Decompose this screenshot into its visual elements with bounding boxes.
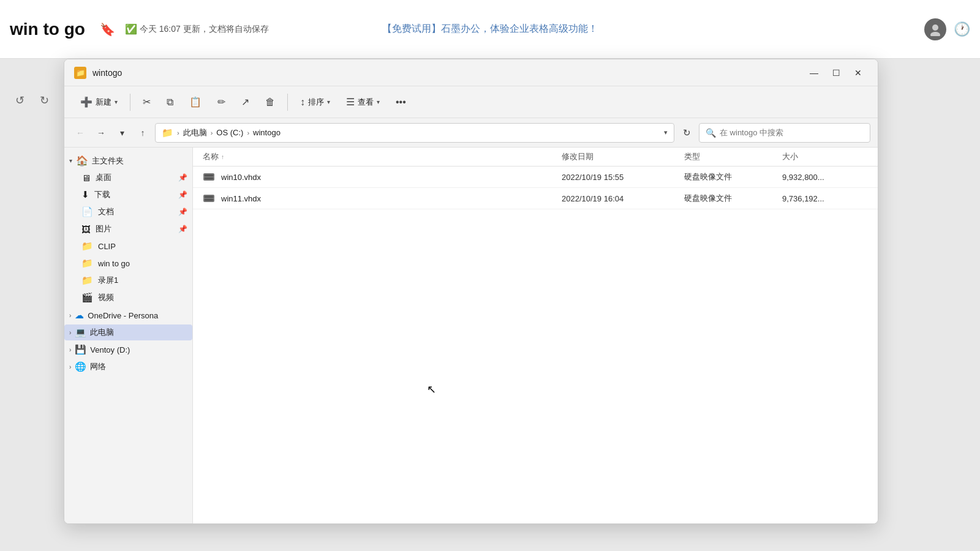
onedrive-icon: ☁ [75, 310, 84, 321]
breadcrumb-arrow-2: › [247, 129, 249, 137]
sidebar-quick-access[interactable]: ▾ 🏠 主文件夹 [64, 152, 192, 169]
up-button[interactable]: ↑ [134, 124, 151, 141]
forward-button[interactable]: → [92, 124, 110, 141]
bookmark-icon[interactable]: 🔖 [100, 22, 115, 37]
col-name-label: 名称 [203, 151, 219, 162]
vhdx-icon-1 [203, 173, 215, 181]
sidebar-this-pc[interactable]: › 💻 此电脑 [64, 324, 192, 340]
col-name[interactable]: 名称 ↑ [203, 151, 562, 162]
col-size[interactable]: 大小 [782, 151, 868, 162]
sidebar-item-pictures[interactable]: 🖼 图片 📌 [64, 220, 192, 238]
pin-icon-documents: 📌 [178, 208, 187, 216]
cut-button[interactable]: ✂ [137, 91, 157, 113]
file-1-date: 2022/10/19 15:55 [562, 173, 684, 182]
folder-title-icon: 📁 [74, 67, 86, 79]
breadcrumb-wintogo: wintogo [253, 128, 281, 137]
window-controls: — ☐ ✕ [804, 64, 868, 81]
sidebar-network[interactable]: › 🌐 网络 [64, 359, 192, 375]
redo-button[interactable]: ↻ [34, 91, 54, 110]
network-section: › 🌐 网络 [64, 359, 192, 375]
documents-icon: 📄 [81, 206, 93, 217]
file-2-type: 硬盘映像文件 [684, 193, 782, 204]
sort-icon: ↕ [300, 97, 305, 108]
new-button[interactable]: ➕ 新建 ▾ [74, 91, 124, 113]
pin-icon-downloads: 📌 [178, 190, 187, 199]
main-content: ▾ 🏠 主文件夹 🖥 桌面 📌 ⬇ 下载 📌 📄 文档 📌 [64, 148, 878, 523]
undo-bar: ↺ ↻ [0, 86, 64, 115]
sidebar-item-downloads[interactable]: ⬇ 下载 📌 [64, 186, 192, 203]
refresh-button[interactable]: ↻ [678, 124, 695, 141]
view-chevron-icon: ▾ [377, 99, 380, 105]
wintogo-folder-icon: 📁 [81, 258, 93, 269]
desktop-label: 桌面 [96, 172, 111, 183]
wintogo-label: win to go [98, 259, 130, 268]
svg-point-0 [932, 24, 938, 31]
cut-icon: ✂ [143, 96, 151, 108]
recent-button[interactable]: ▾ [113, 124, 130, 141]
sidebar: ▾ 🏠 主文件夹 🖥 桌面 📌 ⬇ 下载 📌 📄 文档 📌 [64, 148, 193, 523]
breadcrumb-this-pc: 此电脑 [183, 127, 207, 138]
search-input[interactable] [720, 128, 864, 137]
file-2-size: 9,736,192... [782, 194, 868, 203]
breadcrumb[interactable]: 📁 › 此电脑 › OS (C:) › wintogo ▾ [155, 123, 674, 143]
view-button[interactable]: ☰ 查看 ▾ [340, 91, 386, 113]
explorer-window: 📁 wintogo — ☐ ✕ ➕ 新建 ▾ ✂ ⧉ 📋 ✏ ↗ [64, 59, 878, 524]
table-row[interactable]: win10.vhdx 2022/10/19 15:55 硬盘映像文件 9,932… [193, 167, 878, 188]
sidebar-item-desktop[interactable]: 🖥 桌面 📌 [64, 169, 192, 186]
recordings-label: 录屏1 [98, 275, 118, 286]
col-date[interactable]: 修改日期 [562, 151, 684, 162]
undo-button[interactable]: ↺ [10, 91, 29, 110]
col-type[interactable]: 类型 [684, 151, 782, 162]
chevron-down-icon: ▾ [69, 157, 72, 164]
sidebar-onedrive[interactable]: › ☁ OneDrive - Persona [64, 307, 192, 323]
copy-button[interactable]: ⧉ [160, 91, 179, 113]
pictures-icon: 🖼 [81, 224, 91, 234]
breadcrumb-dropdown-button[interactable]: ▾ [664, 129, 668, 137]
title-bar: 📁 wintogo — ☐ ✕ [64, 59, 878, 86]
sidebar-item-recordings[interactable]: 📁 录屏1 [64, 272, 192, 289]
address-bar: ← → ▾ ↑ 📁 › 此电脑 › OS (C:) › wintogo ▾ ↻ … [64, 118, 878, 148]
clip-label: CLIP [98, 242, 116, 251]
promo-text[interactable]: 【免费试用】石墨办公，体验企业表格高级功能！ [382, 23, 598, 36]
onedrive-section: › ☁ OneDrive - Persona [64, 307, 192, 323]
this-pc-label: 此电脑 [90, 327, 114, 338]
more-button[interactable]: ••• [390, 91, 412, 113]
chevron-right-icon-pc: › [69, 329, 71, 336]
svg-point-1 [930, 32, 940, 36]
paste-button[interactable]: 📋 [183, 91, 208, 113]
sidebar-ventoy[interactable]: › 💾 Ventoy (D:) [64, 342, 192, 358]
sidebar-item-videos[interactable]: 🎬 视频 [64, 289, 192, 306]
top-bar-right: 🕐 [924, 18, 970, 40]
minimize-button[interactable]: — [804, 64, 824, 81]
breadcrumb-part-1: › [177, 129, 179, 137]
maximize-button[interactable]: ☐ [826, 64, 846, 81]
file-list-header: 名称 ↑ 修改日期 类型 大小 [193, 148, 878, 167]
delete-button[interactable]: 🗑 [259, 91, 281, 113]
share-button[interactable]: ↗ [235, 91, 255, 113]
close-button[interactable]: ✕ [848, 64, 868, 81]
sidebar-item-wintogo[interactable]: 📁 win to go [64, 255, 192, 272]
file-2-name: win11.vhdx [221, 194, 261, 203]
doc-title: win to go [10, 20, 85, 39]
this-pc-section: › 💻 此电脑 [64, 324, 192, 340]
sidebar-item-documents[interactable]: 📄 文档 📌 [64, 203, 192, 220]
pictures-label: 图片 [96, 223, 111, 234]
avatar[interactable] [924, 18, 946, 40]
separator-2 [287, 94, 288, 111]
back-button[interactable]: ← [72, 124, 89, 141]
sort-button[interactable]: ↕ 排序 ▾ [294, 91, 336, 113]
history-icon[interactable]: 🕐 [954, 21, 970, 37]
auto-save-icon: ✅ [125, 23, 137, 35]
col-type-label: 类型 [684, 151, 700, 162]
rename-button[interactable]: ✏ [211, 91, 232, 113]
separator-1 [130, 94, 130, 111]
sidebar-item-clip[interactable]: 📁 CLIP [64, 238, 192, 255]
sort-chevron-icon: ▾ [327, 99, 330, 105]
new-chevron-icon: ▾ [115, 99, 118, 105]
chevron-right-icon-ventoy: › [69, 347, 71, 353]
table-row[interactable]: win11.vhdx 2022/10/19 16:04 硬盘映像文件 9,736… [193, 188, 878, 209]
vhdx-icon-2 [203, 194, 215, 203]
file-name-cell-1: win10.vhdx [203, 173, 562, 182]
recordings-folder-icon: 📁 [81, 275, 93, 286]
pin-icon-pictures: 📌 [178, 225, 187, 233]
